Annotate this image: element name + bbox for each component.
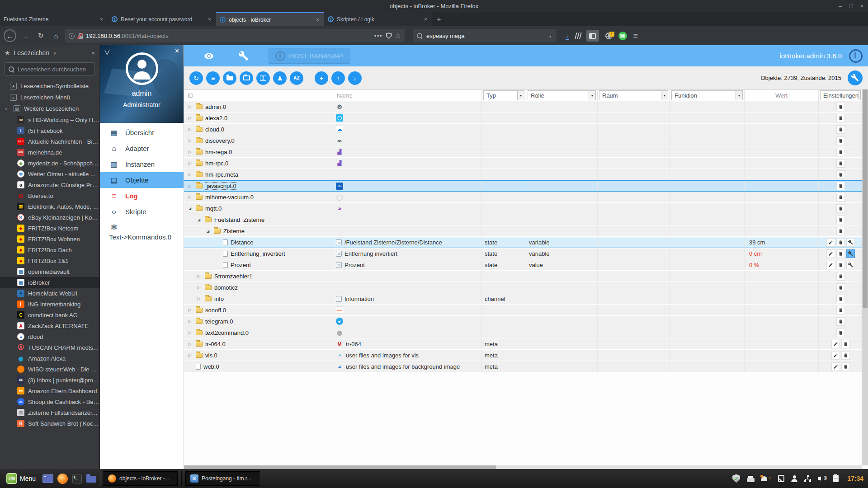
delete-button[interactable]	[836, 328, 845, 337]
tab-close-icon[interactable]: ×	[315, 17, 320, 23]
table-row[interactable]: Distanceo/Fuelstand Zisterne/Zisterne/Di…	[184, 237, 862, 248]
filter-funnel-icon[interactable]: ▽	[104, 48, 110, 56]
id-cell[interactable]: ▷text2command.0	[184, 327, 333, 338]
delete-button[interactable]	[836, 283, 845, 292]
id-cell[interactable]: ▷alexa2.0	[184, 113, 333, 123]
sidebar-item-skripte[interactable]: ‹›Skripte	[100, 204, 184, 220]
sidebar-close-icon[interactable]: ×	[91, 50, 95, 56]
files-launcher-icon[interactable]	[85, 473, 97, 484]
wrench-icon[interactable]	[239, 51, 249, 61]
bookmark-item[interactable]: BBoerse.to	[0, 190, 99, 201]
column-filter-rolle[interactable]: Rolle▼	[528, 90, 596, 100]
config-button[interactable]	[846, 238, 855, 247]
expand-toggle-icon[interactable]: ▷	[187, 104, 193, 109]
network-icon[interactable]	[804, 475, 811, 482]
column-header-typ[interactable]: Typ▼	[482, 90, 526, 101]
bookmark-item[interactable]: ▤ioBroker	[0, 277, 99, 288]
expand-toggle-icon[interactable]: ▷	[187, 172, 193, 177]
table-row[interactable]: ProzentoProzentstatevalue0 %	[184, 259, 862, 271]
name-cell[interactable]: o/Fuelstand Zisterne/Zisterne/Distance	[333, 237, 482, 248]
bookmark-item[interactable]: ◆FRITZ!Box Netcom	[0, 223, 99, 234]
bookmark-star-icon[interactable]: ☆	[395, 32, 401, 40]
edit-button[interactable]	[831, 340, 840, 348]
id-cell[interactable]: ▷Stromzaehler1	[184, 271, 333, 282]
table-row[interactable]: ▷telegram.0▶	[184, 316, 862, 327]
name-cell[interactable]: ▟	[333, 158, 482, 169]
delete-button[interactable]	[836, 238, 845, 247]
volume-icon[interactable]: )))	[818, 475, 826, 482]
bookmark-item[interactable]: ▭Amazon Eltern Dashboard	[0, 385, 99, 396]
id-cell[interactable]: ▷sonoff.0	[184, 305, 333, 315]
id-cell[interactable]: ◢Fuelstand_Zisterne	[184, 214, 333, 225]
edit-button[interactable]	[831, 362, 840, 371]
access-rights-button[interactable]: ♟	[273, 71, 287, 85]
expand-toggle-icon[interactable]: ▷	[196, 274, 202, 278]
delete-button[interactable]	[836, 114, 845, 122]
library-icon[interactable]	[575, 33, 577, 39]
delete-button[interactable]	[836, 148, 845, 156]
name-cell[interactable]: oEntfernung invertiert	[333, 248, 482, 259]
download-button[interactable]: ↓	[348, 71, 362, 85]
id-cell[interactable]: ▷hm-rpc.meta	[184, 169, 333, 180]
settings-fab-button[interactable]	[848, 70, 863, 85]
name-cell[interactable]	[333, 271, 482, 282]
name-cell[interactable]: ∞	[333, 135, 482, 146]
delete-button[interactable]	[836, 249, 845, 258]
table-row[interactable]: ▷text2command.0◍	[184, 327, 862, 338]
name-cell[interactable]	[333, 225, 482, 236]
bookmark-item[interactable]: ◆FRITZ!Box 1&1	[0, 255, 99, 266]
tab-3[interactable]: objects - ioBroker×	[216, 12, 324, 26]
edit-button[interactable]	[826, 261, 835, 269]
name-cell[interactable]: ◍	[333, 327, 482, 338]
table-row[interactable]: ◢mqtt.0◕	[184, 203, 862, 214]
expand-toggle-icon[interactable]: ▷	[196, 285, 202, 290]
taskbar-window-1[interactable]: objects - ioBroker -...	[103, 471, 178, 486]
sidebar-item-instanzen[interactable]: ▥Instanzen	[100, 156, 184, 172]
bookmark-item[interactable]: aAmazon.de: Günstige Prei...	[0, 179, 99, 190]
sidebar-item-other-bookmarks[interactable]: ∨▤Weitere Lesezeichen	[0, 103, 99, 114]
delete-button[interactable]	[836, 182, 845, 190]
delete-button[interactable]	[836, 103, 845, 111]
id-cell[interactable]: Distance	[184, 237, 333, 248]
clipboard-icon[interactable]	[833, 475, 839, 482]
expand-toggle-icon[interactable]: ▷	[187, 161, 193, 165]
delete-button[interactable]	[841, 351, 850, 360]
downloads-icon[interactable]: ↓	[566, 32, 569, 40]
table-row[interactable]: ▷sonoff.0Sonoff	[184, 305, 862, 316]
name-cell[interactable]: JS	[333, 181, 482, 191]
id-cell[interactable]: ▷info	[184, 293, 333, 304]
mint-menu-button[interactable]: LM Menu	[3, 471, 39, 486]
dropdown-arrow-icon[interactable]: ▼	[859, 91, 861, 100]
name-cell[interactable]: ▟	[333, 146, 482, 157]
firefox-launcher-icon[interactable]	[57, 473, 68, 484]
add-object-button[interactable]: +	[315, 71, 328, 85]
column-header-raum[interactable]: Raum▼	[598, 90, 670, 101]
bookmark-item[interactable]: ◆FRITZ!Box Wohnen	[0, 234, 99, 244]
vertical-scrollbar[interactable]	[862, 89, 868, 465]
column-header-id[interactable]: ID	[184, 90, 333, 101]
expand-toggle-icon[interactable]: ▷	[196, 296, 202, 301]
name-cell[interactable]: ◔user files and images for vis	[333, 350, 482, 361]
table-row[interactable]: ▷vis.0◔user files and images for vismeta	[184, 350, 862, 361]
tab-1[interactable]: Fuelstand Zisterne×	[0, 12, 108, 26]
search-bar[interactable]: espeasy mega →	[413, 29, 557, 42]
delete-button[interactable]	[836, 272, 845, 281]
column-filter-einstellungen[interactable]: Einstellungen▼	[820, 90, 861, 100]
sort-az-button[interactable]: AZ	[290, 71, 303, 85]
forward-button[interactable]: →	[19, 29, 32, 42]
column-header-funktion[interactable]: Funktion▼	[670, 90, 745, 101]
table-row[interactable]: ▷Stromzaehler1	[184, 271, 862, 282]
refresh-button[interactable]: ↻	[189, 71, 203, 85]
list-view-button[interactable]: ≡	[206, 71, 220, 85]
globe-warning-icon[interactable]: !	[605, 33, 612, 39]
table-row[interactable]: ▷admin.0⚙	[184, 101, 862, 113]
notifications-icon[interactable]: 1	[761, 476, 771, 481]
sidebar-item-text-kommandos-0[interactable]: ❄Text->Kommandos.0	[100, 220, 184, 244]
table-row[interactable]: ▷discovery.0∞	[184, 135, 862, 146]
collapse-all-button[interactable]	[223, 71, 236, 85]
host-selector[interactable]: HOST BANANAPI	[269, 48, 350, 64]
sidebar-item--bersicht[interactable]: ▦Übersicht	[100, 125, 184, 141]
column-header-rolle[interactable]: Rolle▼	[526, 90, 598, 101]
delete-button[interactable]	[836, 136, 845, 145]
dropdown-arrow-icon[interactable]: ▼	[736, 91, 742, 100]
